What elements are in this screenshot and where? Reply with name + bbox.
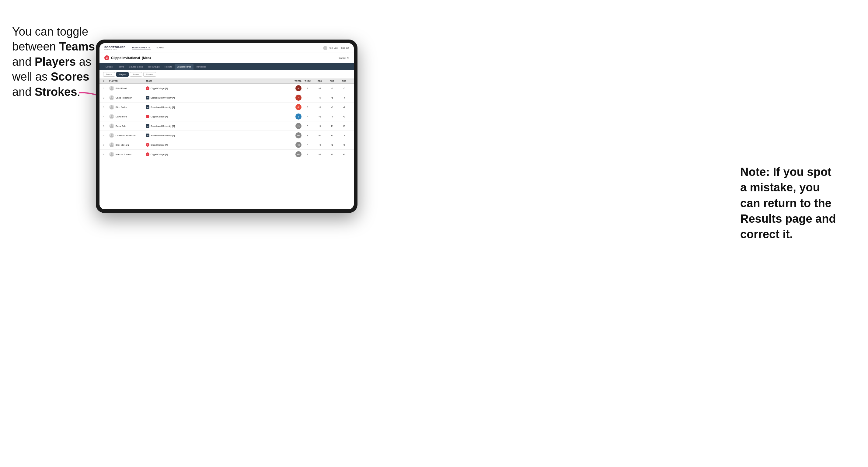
col-rd2: RD2 [326,80,338,82]
cancel-button[interactable]: Cancel ✕ [339,57,349,59]
tab-leaderboards[interactable]: Leaderboards [175,64,193,70]
tournament-header: C Clippd Invitational (Men) Cancel ✕ [99,53,354,63]
rd2-cell: +7 [326,153,338,155]
player-name: Cameron Robertson [116,134,136,137]
rd3-cell: -1 [338,106,350,108]
team-cell: C Clippd College [A] [146,86,188,90]
player-avatar [109,133,114,138]
thru-cell: F [302,144,314,146]
score-badge: -8 [296,85,302,91]
svg-point-5 [111,124,113,126]
team-logo: C [146,143,149,147]
annotation-scores: Scores [51,70,89,83]
rd3-cell: -1 [338,134,350,136]
tournament-name: Clippd Invitational [111,56,140,60]
table-row: 4 David Ford C Clippd College [A] E F +1… [99,112,354,121]
thru-cell: F [302,106,314,108]
note-line5: correct it. [740,228,793,241]
team-logo: SB [146,96,149,99]
user-name: Test User | [329,47,339,49]
subtab-teams[interactable]: Teams [103,72,115,77]
nav-item-tournaments[interactable]: TOURNAMENTS [132,45,151,50]
thru-cell: F [302,87,314,89]
svg-point-6 [111,133,113,135]
thru-cell: F [302,125,314,127]
rd1-cell: +2 [314,153,326,155]
player-name-cell: Cameron Robertson [109,133,146,138]
note-line3: can return to the [740,197,832,210]
score-badge: +6 [296,132,302,138]
subtab-players[interactable]: Players [116,72,129,77]
subtab-strokes[interactable]: Strokes [143,72,156,77]
team-name: Scoreboard University [A] [151,97,175,99]
score-badge: +8 [296,142,302,148]
rd3-cell: E [338,125,350,127]
rd3-cell: +6 [338,144,350,146]
rd2-cell: -2 [326,106,338,108]
score-total-cell: +8 [286,142,302,148]
left-annotation: You can toggle between Teams and Players… [12,24,97,99]
tab-tee-groups[interactable]: Tee Groups [146,64,162,70]
thru-cell: F [302,116,314,118]
nav-item-teams[interactable]: TEAMS [155,45,164,50]
table-row: 7 Blair McHarg C Clippd College [A] +8 F… [99,140,354,150]
tablet-frame: SCOREBOARD Powered by clippd TOURNAMENTS… [96,39,358,213]
col-total: TOTAL [286,80,302,82]
sign-out-link[interactable]: Sign out [341,47,349,49]
score-total-cell: +1 [286,123,302,129]
subtab-scores[interactable]: Scores [130,72,142,77]
row-rank: 8 [103,153,109,155]
rd3-cell: +3 [338,116,350,118]
tab-teams[interactable]: Teams [115,64,127,70]
team-logo: SB [146,124,149,128]
nav-items: TOURNAMENTS TEAMS [132,45,323,50]
rd2-cell: +2 [326,134,338,136]
tab-bar: Details Teams Course Setup Tee Groups Re… [99,63,354,70]
team-logo: C [146,152,149,156]
team-cell: SB Scoreboard University [A] [146,124,188,128]
tablet-screen: SCOREBOARD Powered by clippd TOURNAMENTS… [99,43,354,209]
col-player: PLAYER [109,80,146,82]
rd1-cell: +5 [314,134,326,136]
tab-printables[interactable]: Printables [193,64,208,70]
table-row: 6 Cameron Robertson SB Scoreboard Univer… [99,131,354,140]
team-name: Clippd College [A] [151,87,168,89]
player-name-cell: Rees Britt [109,124,146,128]
tab-details[interactable]: Details [103,64,115,70]
team-name: Scoreboard University [A] [151,106,175,108]
table-row: 2 Chris Robertson SB Scoreboard Universi… [99,93,354,102]
team-cell: C Clippd College [A] [146,143,188,147]
team-name: Scoreboard University [A] [151,134,175,136]
note-line2: a mistake, you [740,181,820,194]
team-cell: C Clippd College [A] [146,115,188,118]
tab-course-setup[interactable]: Course Setup [127,64,146,70]
player-avatar [109,114,114,119]
rd2-cell: +5 [326,97,338,99]
sub-tabs: Teams Players Scores Strokes [99,70,354,79]
team-name: Clippd College [A] [151,153,168,155]
player-avatar [109,152,114,157]
table-header: # PLAYER TEAM TOTAL THRU RD1 RD2 RD3 [99,79,354,84]
thru-cell: F [302,134,314,136]
annotation-teams: Teams [59,40,95,53]
player-name-cell: Marcus Turners [109,152,146,157]
team-logo: C [146,115,149,118]
team-cell: SB Scoreboard University [A] [146,96,188,99]
svg-point-1 [111,86,113,88]
team-logo: SB [146,105,149,109]
col-rd1: RD1 [314,80,326,82]
rd1-cell: +3 [314,87,326,89]
logo-sub: Powered by clippd [104,49,126,50]
player-name-cell: David Ford [109,114,146,119]
player-avatar [109,124,114,128]
annotation-strokes: Strokes [35,86,77,98]
row-rank: 5 [103,125,109,127]
team-cell: C Clippd College [A] [146,152,188,156]
tournament-gender: (Men) [142,56,151,60]
note-line4: Results page and [740,212,836,225]
team-logo: SB [146,133,149,137]
team-logo: C [146,86,149,90]
player-avatar [109,143,114,147]
rd1-cell: +1 [314,106,326,108]
tab-results[interactable]: Results [162,64,175,70]
